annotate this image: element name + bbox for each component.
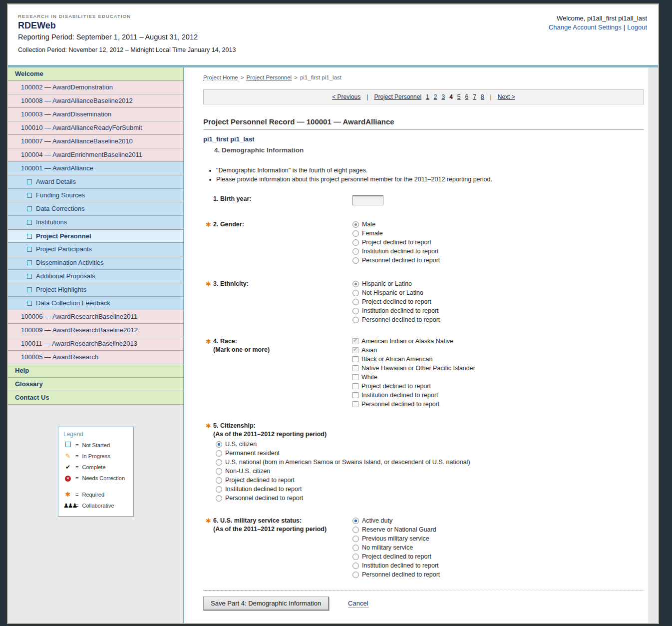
sidebar-item[interactable]: 100005 — AwardResearch (8, 351, 183, 364)
option-label[interactable]: Active duty (362, 517, 392, 524)
option-label[interactable]: Project declined to report (362, 239, 431, 246)
radio-button-icon[interactable] (352, 563, 359, 569)
checkbox-icon[interactable] (352, 356, 358, 362)
sidebar-item[interactable]: Institutions (8, 216, 183, 229)
logout-link[interactable]: Logout (627, 23, 647, 31)
checkbox-icon[interactable] (352, 374, 358, 380)
option-row[interactable]: Reserve or National Guard (352, 526, 644, 533)
checkbox-icon[interactable] (352, 347, 358, 353)
option-label[interactable]: U.S. national (born in American Samoa or… (225, 459, 470, 466)
option-label[interactable]: Personnel declined to report (225, 495, 303, 502)
option-label[interactable]: Institution declined to report (362, 307, 439, 314)
sidebar-item[interactable]: Project Highlights (8, 283, 183, 297)
option-row[interactable]: Personnel declined to report (352, 401, 644, 408)
sidebar-item[interactable]: Additional Proposals (8, 270, 183, 283)
option-label[interactable]: Personnel declined to report (362, 316, 440, 323)
radio-button-icon[interactable] (216, 468, 222, 475)
pagination-page-link[interactable]: 1 (426, 93, 429, 100)
radio-button-icon[interactable] (216, 486, 222, 493)
option-label[interactable]: Black or African American (361, 356, 432, 363)
cancel-link[interactable]: Cancel (348, 600, 368, 608)
option-label[interactable]: White (361, 374, 377, 381)
sidebar-item[interactable]: Contact Us (8, 391, 183, 405)
checkbox-icon[interactable] (352, 392, 358, 398)
sidebar-item[interactable]: 100007 — AwardAllianceBaseline2010 (8, 135, 183, 148)
sidebar-item[interactable]: Data Collection Feedback (8, 297, 183, 310)
option-label[interactable]: American Indian or Alaska Native (361, 338, 453, 345)
option-row[interactable]: Personnel declined to report (352, 316, 644, 323)
radio-button-icon[interactable] (216, 495, 222, 502)
radio-button-icon[interactable] (352, 545, 359, 551)
option-row[interactable]: Active duty (352, 517, 644, 524)
radio-button-icon[interactable] (352, 281, 359, 287)
option-label[interactable]: Institution declined to report (362, 562, 439, 569)
option-label[interactable]: Not Hispanic or Latino (362, 289, 423, 296)
option-label[interactable]: U.S. citizen (225, 441, 257, 448)
option-label[interactable]: Permanent resident (225, 450, 280, 457)
radio-button-icon[interactable] (216, 441, 222, 448)
option-label[interactable]: Institution declined to report (361, 392, 438, 399)
option-row[interactable]: Institution declined to report (216, 486, 644, 493)
checkbox-icon[interactable] (352, 383, 358, 389)
option-row[interactable]: U.S. national (born in American Samoa or… (216, 459, 644, 466)
option-row[interactable]: U.S. citizen (216, 441, 644, 448)
option-row[interactable]: Personnel declined to report (352, 257, 644, 264)
option-row[interactable]: Project declined to report (352, 383, 644, 390)
pagination-page-link[interactable]: 6 (465, 93, 469, 100)
radio-button-icon[interactable] (352, 536, 359, 542)
option-row[interactable]: Native Hawaiian or Other Pacific Islande… (352, 365, 644, 372)
radio-button-icon[interactable] (352, 230, 359, 237)
option-label[interactable]: Project declined to report (362, 298, 431, 305)
sidebar-item[interactable]: Glossary (8, 378, 183, 391)
option-label[interactable]: No military service (362, 544, 413, 551)
option-row[interactable]: Institution declined to report (352, 562, 644, 569)
radio-button-icon[interactable] (352, 572, 359, 578)
radio-button-icon[interactable] (352, 317, 359, 323)
option-label[interactable]: Personnel declined to report (361, 401, 439, 408)
option-label[interactable]: Asian (361, 347, 377, 354)
pagination-page-link[interactable]: 5 (457, 93, 461, 100)
option-label[interactable]: Institution declined to report (225, 486, 302, 493)
radio-button-icon[interactable] (352, 248, 359, 255)
birth-year-input[interactable] (352, 195, 383, 205)
radio-button-icon[interactable] (352, 527, 359, 533)
option-label[interactable]: Project declined to report (361, 383, 431, 390)
radio-button-icon[interactable] (352, 239, 359, 246)
option-row[interactable]: Personnel declined to report (352, 571, 644, 578)
option-row[interactable]: Permanent resident (216, 450, 644, 457)
option-row[interactable]: Project declined to report (352, 553, 644, 560)
radio-button-icon[interactable] (216, 459, 222, 466)
option-label[interactable]: Project declined to report (362, 553, 431, 560)
radio-button-icon[interactable] (352, 257, 359, 264)
option-row[interactable]: Non-U.S. citizen (216, 468, 644, 475)
option-label[interactable]: Non-U.S. citizen (225, 468, 270, 475)
previous-page-link[interactable]: < Previous (332, 93, 360, 100)
option-row[interactable]: Project declined to report (352, 239, 644, 246)
radio-button-icon[interactable] (352, 299, 359, 305)
option-row[interactable]: American Indian or Alaska Native (352, 338, 644, 345)
sidebar-item[interactable]: 100004 — AwardEnrichmentBaseline2011 (8, 148, 183, 162)
radio-button-icon[interactable] (352, 554, 359, 560)
pagination-page-link[interactable]: 7 (473, 93, 476, 100)
option-row[interactable]: Hispanic or Latino (352, 280, 644, 287)
sidebar-item[interactable]: 100008 — AwardAllianceBaseline2012 (8, 94, 183, 108)
sidebar-item[interactable]: 100011 — AwardResearchBaseline2013 (8, 337, 183, 351)
sidebar-item[interactable]: 100002 — AwardDemonstration (8, 81, 183, 94)
pagination-page-link[interactable]: 2 (434, 93, 437, 100)
radio-button-icon[interactable] (352, 308, 359, 314)
pagination-page-link[interactable]: 4 (449, 93, 453, 100)
change-account-settings-link[interactable]: Change Account Settings (549, 23, 622, 31)
option-label[interactable]: Project declined to report (225, 477, 295, 484)
radio-button-icon[interactable] (216, 450, 222, 457)
option-row[interactable]: Institution declined to report (352, 307, 644, 314)
option-label[interactable]: Personnel declined to report (362, 571, 440, 578)
checkbox-icon[interactable] (352, 401, 358, 407)
option-row[interactable]: No military service (352, 544, 644, 551)
sidebar-item[interactable]: Dissemination Activities (8, 256, 183, 270)
checkbox-icon[interactable] (352, 365, 358, 371)
option-row[interactable]: Asian (352, 347, 644, 354)
option-row[interactable]: Not Hispanic or Latino (352, 289, 644, 296)
option-row[interactable]: Male (352, 221, 644, 228)
sidebar-item[interactable]: 100003 — AwardDissemination (8, 108, 183, 121)
radio-button-icon[interactable] (352, 290, 359, 296)
